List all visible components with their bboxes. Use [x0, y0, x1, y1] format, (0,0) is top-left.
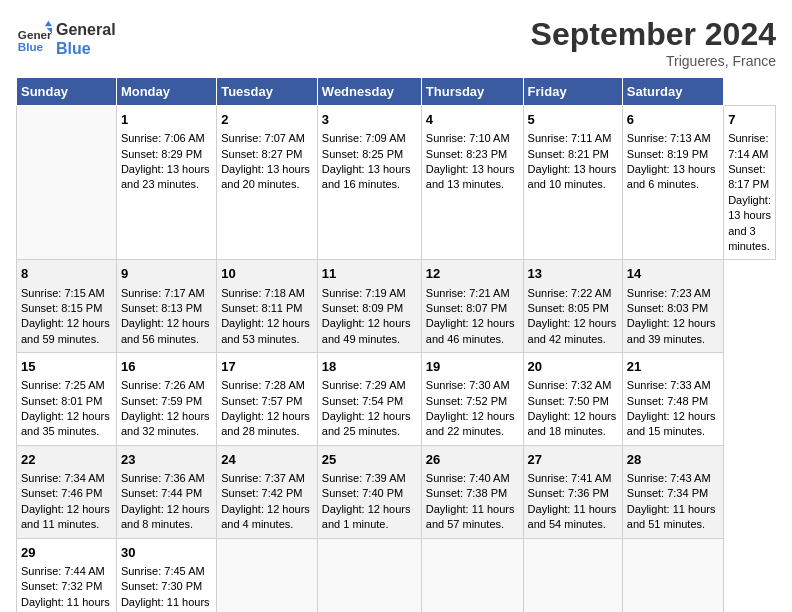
header-row: SundayMondayTuesdayWednesdayThursdayFrid…	[17, 78, 776, 106]
sunrise-text: Sunrise: 7:26 AM	[121, 379, 205, 391]
daylight-text: Daylight: 13 hours and 16 minutes.	[322, 163, 411, 190]
calendar-cell: 18Sunrise: 7:29 AMSunset: 7:54 PMDayligh…	[317, 353, 421, 446]
sunrise-text: Sunrise: 7:44 AM	[21, 565, 105, 577]
sunset-text: Sunset: 7:44 PM	[121, 487, 202, 499]
sunrise-text: Sunrise: 7:32 AM	[528, 379, 612, 391]
sunset-text: Sunset: 7:46 PM	[21, 487, 102, 499]
sunrise-text: Sunrise: 7:39 AM	[322, 472, 406, 484]
calendar-cell: 4Sunrise: 7:10 AMSunset: 8:23 PMDaylight…	[421, 106, 523, 260]
calendar-cell: 28Sunrise: 7:43 AMSunset: 7:34 PMDayligh…	[622, 445, 723, 538]
day-number: 21	[627, 358, 719, 376]
sunrise-text: Sunrise: 7:15 AM	[21, 287, 105, 299]
sunset-text: Sunset: 8:27 PM	[221, 148, 302, 160]
header-friday: Friday	[523, 78, 622, 106]
day-number: 23	[121, 451, 212, 469]
calendar-cell: 21Sunrise: 7:33 AMSunset: 7:48 PMDayligh…	[622, 353, 723, 446]
day-number: 17	[221, 358, 313, 376]
daylight-text: Daylight: 12 hours and 18 minutes.	[528, 410, 617, 437]
header-sunday: Sunday	[17, 78, 117, 106]
svg-text:Blue: Blue	[18, 40, 44, 53]
sunset-text: Sunset: 8:01 PM	[21, 395, 102, 407]
header-thursday: Thursday	[421, 78, 523, 106]
sunrise-text: Sunrise: 7:36 AM	[121, 472, 205, 484]
daylight-text: Daylight: 12 hours and 15 minutes.	[627, 410, 716, 437]
daylight-text: Daylight: 12 hours and 32 minutes.	[121, 410, 210, 437]
daylight-text: Daylight: 11 hours and 44 minutes.	[121, 596, 210, 612]
sunrise-text: Sunrise: 7:45 AM	[121, 565, 205, 577]
logo: General Blue General Blue	[16, 16, 116, 58]
sunset-text: Sunset: 7:48 PM	[627, 395, 708, 407]
sunset-text: Sunset: 7:38 PM	[426, 487, 507, 499]
sunset-text: Sunset: 7:54 PM	[322, 395, 403, 407]
sunset-text: Sunset: 8:11 PM	[221, 302, 302, 314]
day-number: 8	[21, 265, 112, 283]
header-saturday: Saturday	[622, 78, 723, 106]
sunrise-text: Sunrise: 7:21 AM	[426, 287, 510, 299]
logo-general: General	[56, 20, 116, 39]
day-number: 18	[322, 358, 417, 376]
day-number: 2	[221, 111, 313, 129]
header-tuesday: Tuesday	[217, 78, 318, 106]
daylight-text: Daylight: 12 hours and 25 minutes.	[322, 410, 411, 437]
calendar-cell: 19Sunrise: 7:30 AMSunset: 7:52 PMDayligh…	[421, 353, 523, 446]
day-number: 9	[121, 265, 212, 283]
sunset-text: Sunset: 8:19 PM	[627, 148, 708, 160]
calendar-cell: 7Sunrise: 7:14 AMSunset: 8:17 PMDaylight…	[724, 106, 776, 260]
calendar-cell: 15Sunrise: 7:25 AMSunset: 8:01 PMDayligh…	[17, 353, 117, 446]
sunrise-text: Sunrise: 7:25 AM	[21, 379, 105, 391]
day-number: 14	[627, 265, 719, 283]
sunset-text: Sunset: 8:25 PM	[322, 148, 403, 160]
day-number: 1	[121, 111, 212, 129]
calendar-cell: 23Sunrise: 7:36 AMSunset: 7:44 PMDayligh…	[116, 445, 216, 538]
page-title: September 2024	[531, 16, 776, 53]
sunset-text: Sunset: 8:09 PM	[322, 302, 403, 314]
calendar-cell: 22Sunrise: 7:34 AMSunset: 7:46 PMDayligh…	[17, 445, 117, 538]
calendar-cell: 1Sunrise: 7:06 AMSunset: 8:29 PMDaylight…	[116, 106, 216, 260]
calendar-cell: 13Sunrise: 7:22 AMSunset: 8:05 PMDayligh…	[523, 260, 622, 353]
sunset-text: Sunset: 7:40 PM	[322, 487, 403, 499]
calendar-cell: 14Sunrise: 7:23 AMSunset: 8:03 PMDayligh…	[622, 260, 723, 353]
calendar-cell: 9Sunrise: 7:17 AMSunset: 8:13 PMDaylight…	[116, 260, 216, 353]
calendar-cell: 8Sunrise: 7:15 AMSunset: 8:15 PMDaylight…	[17, 260, 117, 353]
day-number: 11	[322, 265, 417, 283]
sunrise-text: Sunrise: 7:41 AM	[528, 472, 612, 484]
calendar-cell	[317, 538, 421, 612]
daylight-text: Daylight: 11 hours and 47 minutes.	[21, 596, 110, 612]
sunrise-text: Sunrise: 7:11 AM	[528, 132, 612, 144]
calendar-table: SundayMondayTuesdayWednesdayThursdayFrid…	[16, 77, 776, 612]
sunrise-text: Sunrise: 7:06 AM	[121, 132, 205, 144]
sunset-text: Sunset: 8:21 PM	[528, 148, 609, 160]
sunrise-text: Sunrise: 7:30 AM	[426, 379, 510, 391]
calendar-cell: 29Sunrise: 7:44 AMSunset: 7:32 PMDayligh…	[17, 538, 117, 612]
svg-marker-2	[45, 21, 52, 26]
title-block: September 2024 Trigueres, France	[531, 16, 776, 69]
sunset-text: Sunset: 8:23 PM	[426, 148, 507, 160]
daylight-text: Daylight: 12 hours and 22 minutes.	[426, 410, 515, 437]
calendar-cell: 17Sunrise: 7:28 AMSunset: 7:57 PMDayligh…	[217, 353, 318, 446]
page-header: General Blue General Blue September 2024…	[16, 16, 776, 69]
sunset-text: Sunset: 8:15 PM	[21, 302, 102, 314]
day-number: 5	[528, 111, 618, 129]
day-number: 6	[627, 111, 719, 129]
daylight-text: Daylight: 12 hours and 11 minutes.	[21, 503, 110, 530]
calendar-cell	[421, 538, 523, 612]
week-row-1: 1Sunrise: 7:06 AMSunset: 8:29 PMDaylight…	[17, 106, 776, 260]
header-wednesday: Wednesday	[317, 78, 421, 106]
week-row-4: 22Sunrise: 7:34 AMSunset: 7:46 PMDayligh…	[17, 445, 776, 538]
daylight-text: Daylight: 11 hours and 51 minutes.	[627, 503, 716, 530]
sunrise-text: Sunrise: 7:23 AM	[627, 287, 711, 299]
calendar-cell: 30Sunrise: 7:45 AMSunset: 7:30 PMDayligh…	[116, 538, 216, 612]
daylight-text: Daylight: 12 hours and 1 minute.	[322, 503, 411, 530]
week-row-3: 15Sunrise: 7:25 AMSunset: 8:01 PMDayligh…	[17, 353, 776, 446]
day-number: 15	[21, 358, 112, 376]
sunrise-text: Sunrise: 7:07 AM	[221, 132, 305, 144]
sunset-text: Sunset: 7:57 PM	[221, 395, 302, 407]
sunset-text: Sunset: 8:05 PM	[528, 302, 609, 314]
day-number: 26	[426, 451, 519, 469]
logo-blue: Blue	[56, 39, 116, 58]
day-number: 22	[21, 451, 112, 469]
calendar-cell: 24Sunrise: 7:37 AMSunset: 7:42 PMDayligh…	[217, 445, 318, 538]
sunrise-text: Sunrise: 7:33 AM	[627, 379, 711, 391]
week-row-2: 8Sunrise: 7:15 AMSunset: 8:15 PMDaylight…	[17, 260, 776, 353]
calendar-cell: 5Sunrise: 7:11 AMSunset: 8:21 PMDaylight…	[523, 106, 622, 260]
